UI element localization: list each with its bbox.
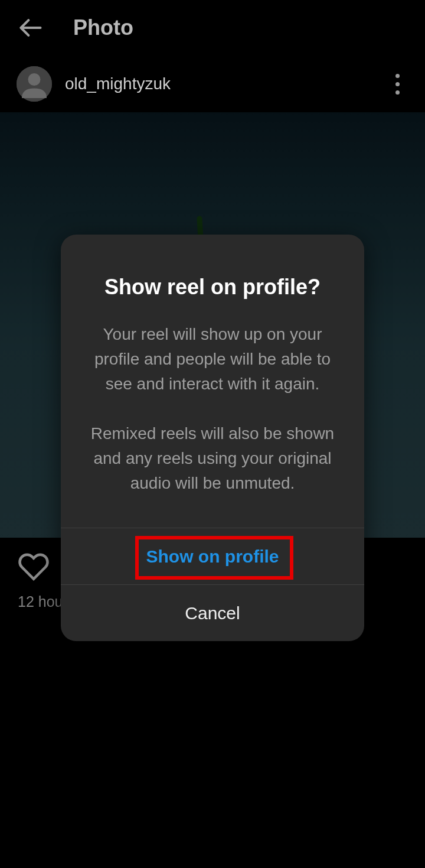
confirm-dialog: Show reel on profile? Your reel will sho… — [61, 235, 364, 641]
dialog-title: Show reel on profile? — [87, 275, 338, 300]
modal-overlay: Show reel on profile? Your reel will sho… — [0, 0, 425, 868]
dialog-body-text: Your reel will show up on your profile a… — [87, 322, 338, 496]
cancel-button[interactable]: Cancel — [61, 584, 364, 641]
show-on-profile-button[interactable]: Show on profile — [61, 528, 364, 584]
cancel-label: Cancel — [185, 603, 240, 623]
show-on-profile-label: Show on profile — [146, 547, 279, 567]
